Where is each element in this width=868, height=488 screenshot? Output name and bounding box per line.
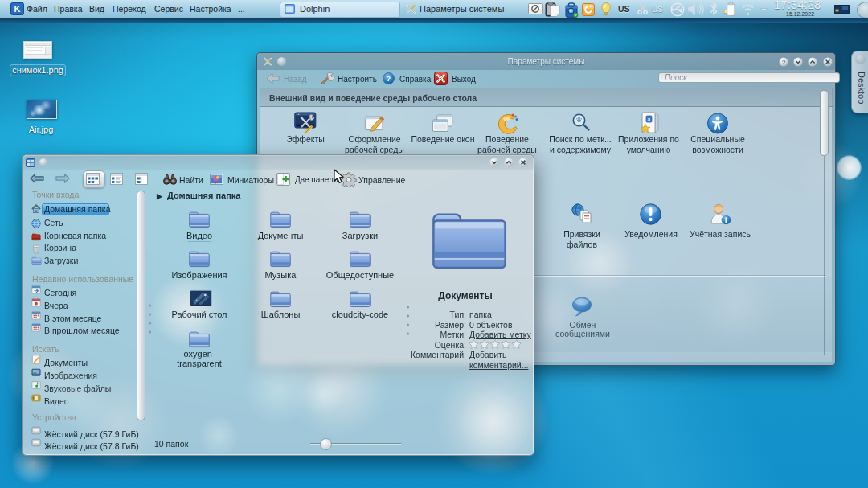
- svg-text:?: ?: [387, 74, 391, 83]
- svg-text:a: a: [648, 117, 651, 122]
- svg-text:?: ?: [782, 59, 786, 66]
- svg-text:K: K: [14, 4, 21, 14]
